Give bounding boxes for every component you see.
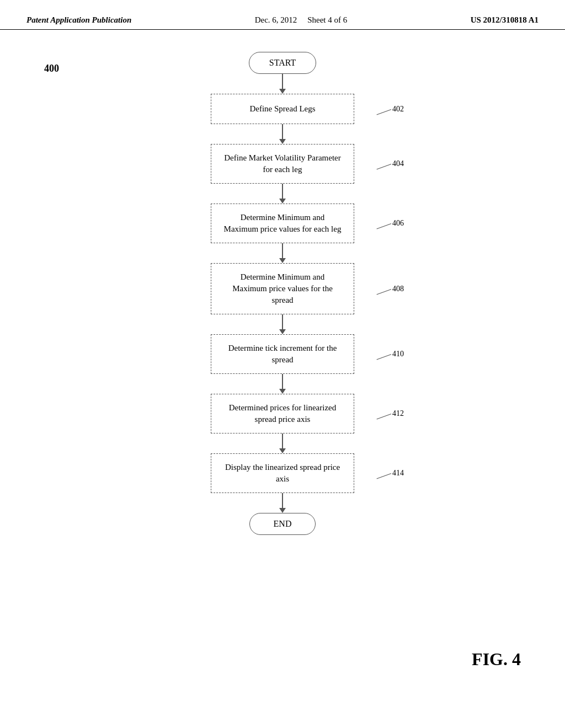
step-410-box: Determine tick increment for the spread	[211, 334, 354, 374]
step-404-wrapper: Define Market Volatility Parameter for e…	[211, 144, 354, 184]
step-412-box: Determined prices for linearized spread …	[211, 394, 354, 433]
step-402-wrapper: Define Spread Legs 402	[211, 94, 354, 124]
end-terminal: END	[249, 513, 316, 535]
ref-402: 402	[392, 105, 404, 114]
ref-412: 412	[392, 409, 404, 418]
step-406-box: Determine Minimum and Maximum price valu…	[211, 204, 354, 243]
step-412-wrapper: Determined prices for linearized spread …	[211, 394, 354, 433]
ref-404: 404	[392, 159, 404, 168]
ref-410: 410	[392, 350, 404, 358]
step-408-box: Determine Minimum and Maximum price valu…	[211, 263, 354, 314]
step-402-box: Define Spread Legs	[211, 94, 354, 124]
arrow-406-to-408	[279, 243, 286, 263]
arrow-412-to-414	[279, 433, 286, 453]
patent-number: US 2012/310818 A1	[471, 15, 539, 25]
step-410-wrapper: Determine tick increment for the spread …	[211, 334, 354, 374]
step-414-wrapper: Display the linearized spread price axis…	[211, 453, 354, 493]
main-content: 400 START Define Spread Legs 402 Define …	[0, 30, 565, 714]
figure-number-label: 400	[44, 63, 59, 74]
arrow-404-to-406	[279, 184, 286, 204]
start-terminal: START	[249, 52, 316, 74]
fig-label: FIG. 4	[472, 649, 521, 670]
publication-date: Dec. 6, 2012	[255, 15, 297, 24]
ref-414: 414	[392, 469, 404, 478]
arrow-402-to-404	[279, 124, 286, 144]
sheet-number: Sheet 4 of 6	[307, 15, 347, 24]
ref-408: 408	[392, 285, 404, 293]
arrow-408-to-410	[279, 314, 286, 334]
step-414-box: Display the linearized spread price axis	[211, 453, 354, 493]
publication-title: Patent Application Publication	[26, 15, 131, 25]
step-404-box: Define Market Volatility Parameter for e…	[211, 144, 354, 184]
page-header: Patent Application Publication Dec. 6, 2…	[0, 0, 565, 30]
step-408-wrapper: Determine Minimum and Maximum price valu…	[211, 263, 354, 314]
header-date-sheet: Dec. 6, 2012 Sheet 4 of 6	[255, 15, 347, 25]
ref-406: 406	[392, 219, 404, 228]
arrow-410-to-412	[279, 374, 286, 394]
flowchart: START Define Spread Legs 402 Define Mark…	[211, 52, 354, 535]
step-406-wrapper: Determine Minimum and Maximum price valu…	[211, 204, 354, 243]
arrow-414-to-end	[279, 493, 286, 513]
arrow-start-to-402	[279, 74, 286, 94]
